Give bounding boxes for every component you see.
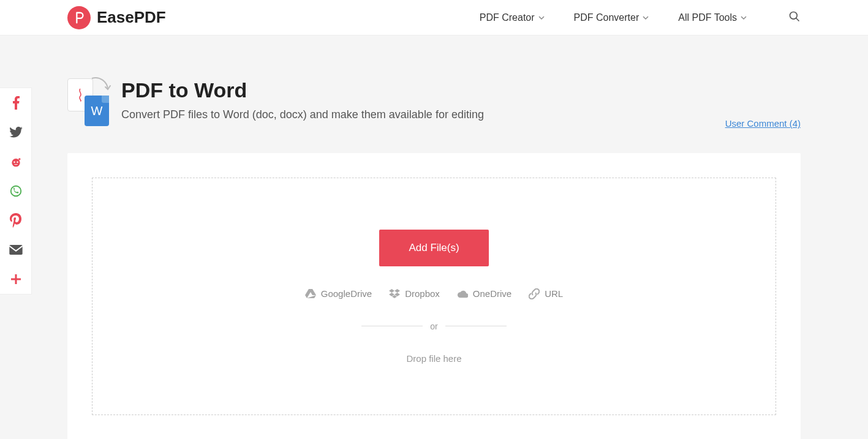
page-head: W PDF to Word Convert PDF files to Word … <box>67 78 801 126</box>
source-label: GoogleDrive <box>321 288 372 299</box>
page-title: PDF to Word <box>121 78 484 102</box>
nav-all-tools[interactable]: All PDF Tools <box>678 12 747 23</box>
header: EasePDF PDF Creator PDF Converter All PD… <box>0 0 868 36</box>
source-googledrive[interactable]: GoogleDrive <box>305 288 372 299</box>
googledrive-icon <box>305 288 316 299</box>
nav-pdf-converter[interactable]: PDF Converter <box>574 12 649 23</box>
upload-card: Add File(s) GoogleDrive Dropbox <box>67 153 801 439</box>
dropzone[interactable]: Add File(s) GoogleDrive Dropbox <box>92 178 776 415</box>
content: W PDF to Word Convert PDF files to Word … <box>0 36 868 439</box>
svg-point-6 <box>10 186 21 197</box>
whatsapp-icon[interactable] <box>9 184 23 198</box>
chevron-down-icon <box>643 15 649 21</box>
divider: or <box>361 321 506 331</box>
page-subtitle: Convert PDF files to Word (doc, docx) an… <box>121 108 484 121</box>
onedrive-icon <box>457 288 468 299</box>
svg-point-4 <box>13 162 15 163</box>
word-file-icon: W <box>85 96 109 126</box>
email-icon[interactable] <box>9 242 23 257</box>
svg-rect-7 <box>9 245 22 255</box>
source-dropbox[interactable]: Dropbox <box>389 288 440 299</box>
brand-name: EasePDF <box>97 8 166 27</box>
dropbox-icon <box>389 288 400 299</box>
word-letter: W <box>91 104 103 118</box>
add-file-button[interactable]: Add File(s) <box>379 230 488 266</box>
search-icon <box>788 10 801 23</box>
nav-pdf-creator[interactable]: PDF Creator <box>480 12 545 23</box>
drop-text: Drop file here <box>406 353 461 364</box>
svg-point-0 <box>790 12 798 19</box>
more-icon[interactable] <box>9 272 23 287</box>
url-icon <box>529 288 540 299</box>
svg-point-5 <box>17 162 18 163</box>
source-label: Dropbox <box>405 288 440 299</box>
source-label: OneDrive <box>473 288 511 299</box>
divider-line <box>361 326 423 326</box>
svg-line-1 <box>796 18 799 21</box>
chevron-down-icon <box>538 15 545 21</box>
source-url[interactable]: URL <box>529 288 563 299</box>
pinterest-icon[interactable] <box>9 213 23 228</box>
brand[interactable]: EasePDF <box>67 6 166 29</box>
arrow-icon <box>89 76 111 98</box>
source-onedrive[interactable]: OneDrive <box>457 288 511 299</box>
divider-line <box>445 326 507 326</box>
page-head-text: PDF to Word Convert PDF files to Word (d… <box>121 78 484 121</box>
share-bar <box>0 88 32 295</box>
tool-icon: W <box>67 78 110 126</box>
nav-label: PDF Creator <box>480 12 535 23</box>
reddit-icon[interactable] <box>9 154 23 169</box>
logo-icon <box>67 6 91 29</box>
search-button[interactable] <box>788 10 801 25</box>
nav-label: All PDF Tools <box>678 12 737 23</box>
main-nav: PDF Creator PDF Converter All PDF Tools <box>480 10 801 25</box>
nav-label: PDF Converter <box>574 12 640 23</box>
divider-text: or <box>430 321 437 331</box>
chevron-down-icon <box>741 15 747 21</box>
facebook-icon[interactable] <box>9 96 23 110</box>
svg-point-3 <box>18 158 20 160</box>
upload-sources: GoogleDrive Dropbox OneDrive <box>305 288 563 299</box>
source-label: URL <box>545 288 563 299</box>
twitter-icon[interactable] <box>9 125 23 140</box>
user-comment-link[interactable]: User Comment (4) <box>725 118 801 129</box>
